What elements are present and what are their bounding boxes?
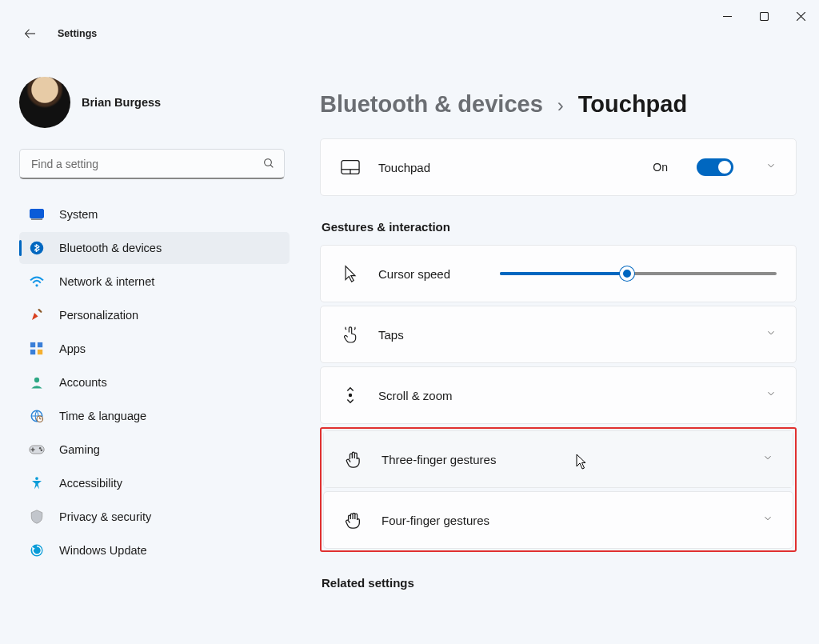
related-heading: Related settings: [322, 576, 797, 590]
svg-point-32: [350, 394, 352, 397]
system-icon: [29, 206, 45, 222]
chevron-down-icon: [762, 513, 773, 527]
sidebar-item-apps[interactable]: Apps: [19, 333, 290, 365]
sidebar-item-windows-update[interactable]: Windows Update: [19, 534, 290, 566]
sidebar: Brian Burgess System Bluetooth & devices…: [0, 45, 296, 641]
sidebar-item-network[interactable]: Network & internet: [19, 266, 290, 298]
toggle-state-label: On: [653, 161, 668, 174]
three-finger-card[interactable]: Three-finger gestures: [323, 430, 793, 488]
profile-name: Brian Burgess: [82, 96, 161, 109]
minimize-button[interactable]: [709, 0, 745, 32]
four-finger-label: Four-finger gestures: [382, 514, 489, 527]
svg-point-22: [39, 447, 42, 450]
personalization-icon: [29, 307, 45, 323]
hand-icon: [343, 450, 364, 468]
sidebar-item-label: Accounts: [59, 376, 107, 389]
sidebar-item-label: Privacy & security: [59, 510, 151, 523]
sidebar-item-system[interactable]: System: [19, 198, 290, 230]
sidebar-item-label: Network & internet: [59, 275, 154, 288]
hand-icon: [343, 511, 364, 529]
cursor-speed-slider[interactable]: [500, 266, 777, 282]
sidebar-item-privacy[interactable]: Privacy & security: [19, 501, 290, 533]
header: Settings: [0, 22, 819, 45]
svg-point-10: [35, 284, 38, 286]
breadcrumb-current: Touchpad: [578, 91, 687, 118]
sidebar-item-time-language[interactable]: Time & language: [19, 400, 290, 432]
profile-block[interactable]: Brian Burgess: [19, 77, 288, 128]
avatar: [19, 77, 70, 128]
window-title: Settings: [58, 28, 97, 39]
touchpad-toggle[interactable]: [697, 158, 733, 176]
chevron-right-icon: ›: [557, 94, 564, 117]
wifi-icon: [29, 274, 45, 290]
sidebar-item-bluetooth-devices[interactable]: Bluetooth & devices: [19, 232, 290, 264]
three-finger-label: Three-finger gestures: [382, 453, 496, 466]
sidebar-item-label: Accessibility: [59, 477, 122, 490]
touchpad-label: Touchpad: [378, 161, 430, 174]
svg-rect-7: [30, 210, 44, 218]
cursor-speed-label: Cursor speed: [378, 267, 450, 281]
gaming-icon: [29, 442, 45, 458]
svg-point-26: [35, 477, 38, 480]
gestures-heading: Gestures & interaction: [322, 220, 797, 234]
scroll-zoom-card[interactable]: Scroll & zoom: [320, 366, 797, 424]
tap-icon: [340, 326, 361, 343]
search-input[interactable]: [19, 149, 285, 179]
scroll-zoom-label: Scroll & zoom: [378, 389, 453, 402]
scroll-icon: [340, 386, 361, 404]
back-button[interactable]: [19, 22, 42, 45]
sidebar-item-gaming[interactable]: Gaming: [19, 434, 290, 466]
svg-rect-14: [30, 350, 35, 354]
chevron-down-icon: [765, 388, 777, 402]
sidebar-item-label: Bluetooth & devices: [59, 242, 162, 254]
touchpad-icon: [340, 159, 361, 175]
time-language-icon: [29, 408, 45, 424]
sidebar-item-label: Time & language: [59, 410, 146, 422]
svg-rect-13: [38, 342, 42, 347]
svg-rect-8: [31, 219, 42, 220]
maximize-button[interactable]: [745, 0, 782, 32]
taps-label: Taps: [378, 328, 404, 342]
sidebar-item-label: Windows Update: [59, 544, 147, 557]
bluetooth-icon: [29, 240, 45, 256]
taps-card[interactable]: Taps: [320, 306, 797, 363]
sidebar-item-personalization[interactable]: Personalization: [19, 299, 290, 331]
apps-icon: [29, 341, 45, 357]
sidebar-item-label: Apps: [59, 342, 86, 355]
sidebar-item-accounts[interactable]: Accounts: [19, 366, 290, 398]
svg-rect-15: [38, 350, 42, 354]
four-finger-card[interactable]: Four-finger gestures: [323, 491, 793, 549]
svg-point-16: [34, 378, 39, 382]
svg-line-6: [270, 165, 273, 167]
sidebar-item-accessibility[interactable]: Accessibility: [19, 467, 290, 499]
main-content: Bluetooth & devices › Touchpad Touchpad …: [296, 45, 819, 641]
sidebar-item-label: Personalization: [59, 309, 138, 322]
gesture-highlight-box: Three-finger gestures Four-finger gestur…: [320, 427, 797, 552]
accounts-icon: [29, 374, 45, 390]
chevron-down-icon: [762, 452, 773, 466]
sidebar-item-label: System: [59, 208, 98, 221]
breadcrumb-parent[interactable]: Bluetooth & devices: [320, 91, 543, 118]
nav: System Bluetooth & devices Network & int…: [19, 198, 290, 566]
close-button[interactable]: [782, 0, 819, 32]
touchpad-card[interactable]: Touchpad On: [320, 138, 797, 196]
search-icon: [262, 157, 275, 173]
chevron-down-icon: [765, 160, 777, 174]
windows-update-icon: [29, 542, 45, 558]
cursor-speed-card: Cursor speed: [320, 245, 797, 302]
privacy-icon: [29, 509, 45, 525]
svg-rect-12: [30, 342, 35, 347]
svg-point-23: [41, 450, 43, 452]
svg-rect-1: [760, 12, 768, 20]
accessibility-icon: [29, 475, 45, 491]
cursor-icon: [340, 265, 361, 282]
breadcrumb: Bluetooth & devices › Touchpad: [320, 91, 797, 118]
svg-point-5: [265, 159, 272, 166]
chevron-down-icon: [765, 327, 777, 342]
svg-rect-11: [38, 309, 42, 314]
sidebar-item-label: Gaming: [59, 443, 100, 456]
